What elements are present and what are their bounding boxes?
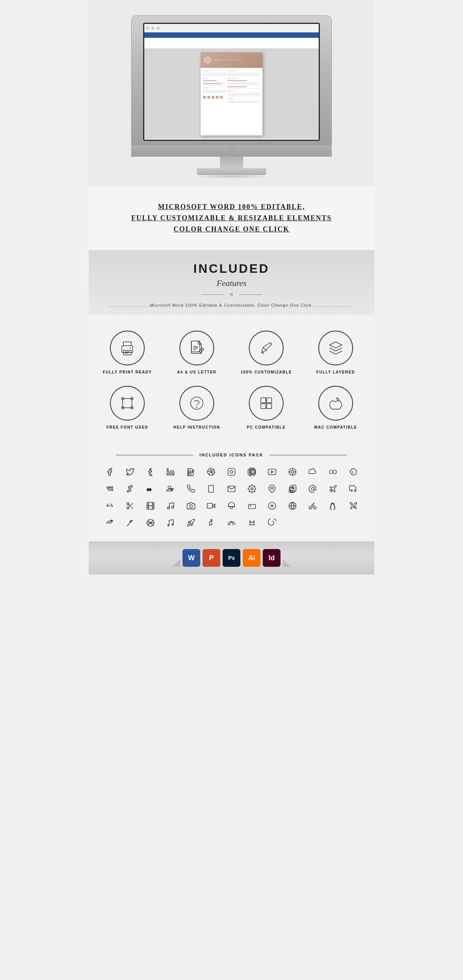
monitor-base (197, 168, 266, 175)
icon-bicycle (303, 499, 322, 513)
svg-point-4 (130, 348, 131, 349)
svg-rect-20 (261, 398, 266, 403)
included-subtitle: Features (96, 278, 367, 288)
toolbar-dot (157, 27, 160, 30)
word-canvas: JANNE GREENER PROFILE PROFILE (144, 49, 319, 139)
icon-at (303, 482, 322, 496)
software-id-badge: Id (263, 549, 281, 567)
headline-section: MICROSOFT WORD 100% EDITABLE, FULLY CUST… (89, 186, 374, 250)
icon-vk (100, 482, 119, 496)
divider-line-left (201, 294, 225, 295)
software-section: W P Ps Ai Id (89, 541, 374, 574)
icon-phone (181, 482, 200, 496)
icon-tumblr (141, 465, 160, 479)
ps-label: Ps (228, 555, 235, 561)
icon-camera (181, 499, 200, 513)
resume-name-text: JANNE GREENER PROFILE (214, 59, 242, 62)
icon-hockey (242, 516, 261, 530)
icon-youtube (263, 465, 282, 479)
print-ready-icon-circle (110, 331, 145, 365)
feature-free-font: FREE FONT USED (96, 386, 158, 429)
svg-rect-22 (261, 404, 266, 409)
windows-icon (258, 395, 275, 412)
svg-rect-60 (207, 504, 213, 509)
a4-us-icon-circle (179, 331, 214, 365)
hero-section: JANNE GREENER PROFILE PROFILE (89, 0, 374, 186)
icon-music (161, 499, 180, 513)
icon-helmet (222, 499, 241, 513)
included-title: INCLUDED (96, 262, 367, 276)
svg-point-79 (168, 525, 169, 526)
svg-line-9 (202, 348, 204, 350)
icon-swords (344, 499, 363, 513)
icon-mobile (202, 482, 221, 496)
icon-spiral (263, 516, 282, 530)
svg-point-43 (127, 503, 129, 505)
customizable-icon-circle (249, 331, 284, 365)
svg-point-41 (351, 490, 352, 492)
svg-point-19 (196, 407, 198, 408)
resume-body: PROFILE SKILLS CONTACT (201, 68, 262, 105)
svg-point-31 (330, 470, 333, 474)
feature-print-ready: FULLY PRINT READY (96, 331, 158, 374)
help-label: HELP INSTRUCTION (173, 425, 220, 429)
a4-us-label: A4 & US LETTER (177, 370, 216, 374)
feature-mac: MAC COMPATIBLE (305, 386, 367, 429)
svg-rect-13 (123, 399, 132, 408)
icons-pack-section: INCLUDED ICONS PACK (89, 445, 374, 541)
resume-hexagon (204, 56, 211, 64)
feature-layered: FULLY LAYERED (305, 331, 367, 374)
svg-rect-23 (267, 404, 272, 409)
resume-social-icons (203, 96, 226, 99)
customizable-label: 100% CUSTOMIZABLE (240, 370, 292, 374)
svg-line-71 (355, 507, 356, 509)
headline-text: MICROSOFT WORD 100% EDITABLE, FULLY CUST… (112, 201, 351, 235)
mac-icon-circle (318, 386, 353, 421)
svg-rect-65 (248, 505, 255, 509)
icon-twitter (121, 465, 140, 479)
svg-marker-59 (213, 504, 215, 508)
included-description: ..........................Microsoft Word… (96, 303, 367, 308)
divider-x: ✕ (229, 291, 234, 297)
headline-line1: MICROSOFT WORD 100% EDITABLE, (158, 203, 305, 211)
word-label: W (188, 554, 195, 562)
icons-grid: b as (100, 465, 363, 530)
svg-point-40 (311, 488, 314, 490)
icons-pack-header: INCLUDED ICONS PACK (100, 453, 363, 457)
software-ps-badge: Ps (223, 549, 240, 567)
features-section: FULLY PRINT READY A4 & US LETTER (89, 315, 374, 445)
software-word-badge: W (182, 549, 200, 567)
svg-text:b: b (351, 470, 353, 474)
svg-point-30 (291, 471, 294, 473)
svg-point-69 (314, 507, 316, 509)
monitor-shadow (193, 175, 270, 178)
icon-plane (324, 482, 343, 496)
icon-email (222, 482, 241, 496)
icons-pack-title: INCLUDED ICONS PACK (199, 453, 264, 457)
svg-point-42 (354, 490, 356, 492)
icon-soundcloud (303, 465, 322, 479)
monitor-neck (220, 157, 243, 168)
icon-googleplus (161, 482, 180, 496)
word-toolbar (144, 24, 319, 32)
svg-rect-26 (228, 468, 235, 475)
icon-bebo: b (344, 465, 363, 479)
svg-point-80 (172, 524, 174, 525)
divider-line-right (238, 294, 262, 295)
pc-icon-circle (249, 386, 284, 421)
icon-car (344, 482, 363, 496)
svg-point-68 (309, 507, 311, 509)
help-icon-circle (179, 386, 214, 421)
icon-scissors (121, 499, 140, 513)
icon-dribbble (202, 465, 221, 479)
apple-brand-icon (327, 395, 344, 412)
feature-help: HELP INSTRUCTION (166, 386, 228, 429)
icon-run (202, 516, 221, 530)
icon-skype (283, 482, 302, 496)
svg-point-56 (167, 507, 170, 509)
layered-label: FULLY LAYERED (316, 370, 355, 374)
icon-settings (242, 482, 261, 496)
icons-pack-line-right (270, 455, 347, 455)
icon-linkedin (161, 465, 180, 479)
icon-instagram (222, 465, 241, 479)
